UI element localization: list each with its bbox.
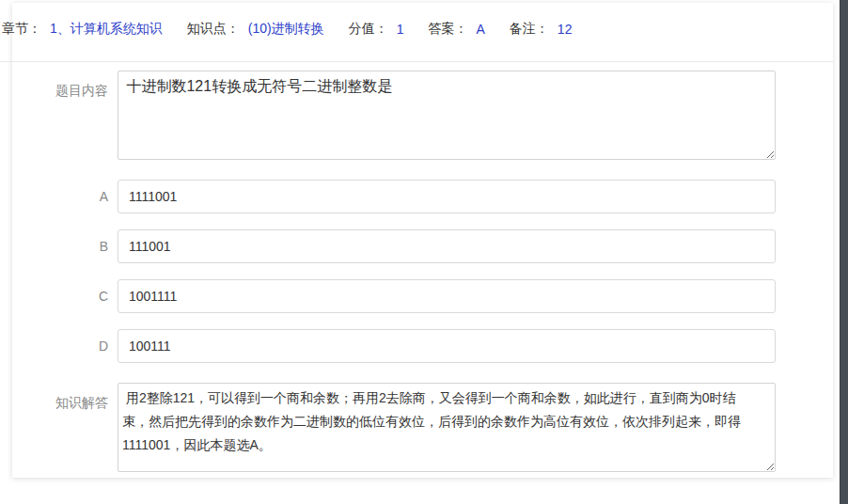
explanation-label: 知识解答	[0, 383, 108, 476]
explanation-row: 知识解答 用2整除121，可以得到一个商和余数；再用2去除商，又会得到一个商和余…	[0, 383, 833, 476]
chapter-value: 1、计算机系统知识	[50, 21, 163, 38]
explanation-textarea[interactable]: 用2整除121，可以得到一个商和余数；再用2去除商，又会得到一个商和余数，如此进…	[118, 383, 776, 472]
answer-value: A	[477, 22, 485, 37]
remark-value: 12	[557, 22, 573, 37]
vertical-scrollbar[interactable]	[840, 0, 848, 504]
question-meta-header: 章节： 1、计算机系统知识 知识点： (10)进制转换 分值： 1 答案： A …	[2, 20, 572, 39]
meta-knowledge-point: 知识点： (10)进制转换	[187, 21, 324, 38]
option-a-input[interactable]	[118, 180, 776, 213]
meta-chapter: 章节： 1、计算机系统知识	[2, 21, 163, 38]
question-content-row: 题目内容 十进制数121转换成无符号二进制整数是	[0, 71, 833, 164]
score-value: 1	[397, 22, 404, 37]
knowledge-point-label: 知识点：	[187, 21, 240, 38]
option-c-row: C	[0, 279, 833, 313]
header-divider	[0, 61, 833, 62]
meta-remark: 备注： 12	[510, 21, 573, 38]
question-content-label: 题目内容	[0, 71, 108, 164]
remark-label: 备注：	[510, 21, 549, 38]
knowledge-point-value: (10)进制转换	[248, 21, 324, 38]
question-form: 题目内容 十进制数121转换成无符号二进制整数是 A B C D	[0, 71, 833, 476]
option-a-row: A	[0, 180, 833, 213]
option-c-label: C	[0, 279, 108, 313]
option-b-row: B	[0, 229, 833, 263]
meta-score: 分值： 1	[349, 21, 404, 38]
question-editor-page: 章节： 1、计算机系统知识 知识点： (10)进制转换 分值： 1 答案： A …	[0, 0, 848, 504]
option-b-input[interactable]	[118, 229, 776, 263]
answer-label: 答案：	[429, 21, 468, 38]
chapter-label: 章节：	[2, 21, 41, 38]
option-d-input[interactable]	[118, 329, 776, 363]
option-a-label: A	[0, 180, 108, 213]
score-label: 分值：	[349, 21, 388, 38]
option-b-label: B	[0, 229, 108, 263]
question-content-textarea[interactable]: 十进制数121转换成无符号二进制整数是	[118, 71, 776, 160]
meta-answer: 答案： A	[429, 21, 485, 38]
option-d-row: D	[0, 329, 833, 363]
option-c-input[interactable]	[118, 279, 776, 313]
option-d-label: D	[0, 329, 108, 363]
